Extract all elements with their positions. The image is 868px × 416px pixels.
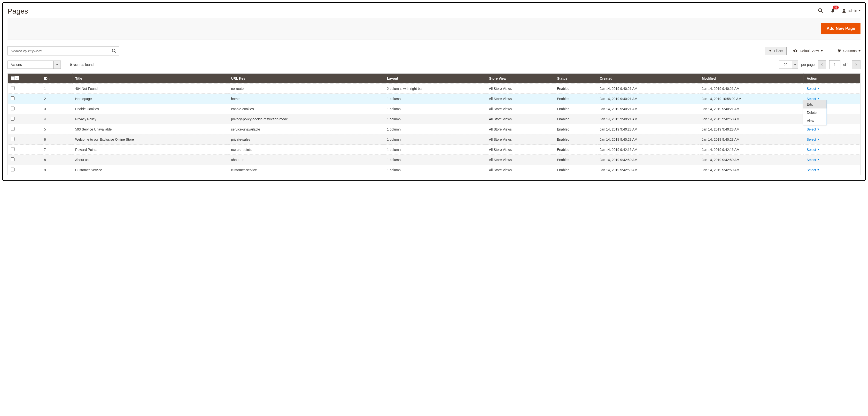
cell-store-view: All Store Views [486, 165, 554, 175]
cell-layout: 1 column [384, 134, 486, 145]
cell-status: Enabled [554, 94, 597, 104]
chevron-down-icon [821, 51, 823, 52]
add-new-page-button[interactable]: Add New Page [821, 23, 861, 34]
cell-modified: Jan 14, 2019 9:40:21 AM [699, 104, 804, 114]
chevron-down-icon [817, 139, 819, 140]
cell-url-key: enable-cookies [228, 104, 384, 114]
search-submit-icon[interactable] [112, 49, 117, 53]
row-checkbox[interactable] [11, 86, 14, 90]
cell-title: Customer Service [72, 165, 228, 175]
row-action-select[interactable]: Select [806, 87, 819, 91]
cell-url-key: about-us [228, 155, 384, 165]
row-checkbox[interactable] [11, 127, 14, 131]
cell-layout: 1 column [384, 104, 486, 114]
action-edit[interactable]: Edit [803, 100, 827, 108]
chevron-right-icon [855, 63, 857, 66]
action-view[interactable]: View [803, 117, 827, 125]
cell-status: Enabled [554, 134, 597, 145]
col-header-id[interactable]: ID↓ [41, 74, 72, 84]
cell-modified: Jan 14, 2019 9:42:50 AM [699, 155, 804, 165]
row-checkbox[interactable] [11, 137, 14, 141]
table-row[interactable]: 1404 Not Foundno-route2 columns with rig… [8, 84, 861, 94]
sort-arrow-icon: ↓ [49, 77, 50, 81]
col-header-status[interactable]: Status [554, 74, 597, 84]
table-row[interactable]: 4Privacy Policyprivacy-policy-cookie-res… [8, 114, 861, 124]
row-checkbox[interactable] [11, 147, 14, 151]
cell-url-key: customer-service [228, 165, 384, 175]
action-delete[interactable]: Delete [803, 108, 827, 117]
eye-icon [793, 49, 798, 53]
cell-modified: Jan 14, 2019 10:58:02 AM [699, 94, 804, 104]
row-action-select[interactable]: Select [806, 168, 819, 172]
row-action-select[interactable]: Select [806, 158, 819, 162]
cell-created: Jan 14, 2019 9:40:23 AM [597, 124, 699, 134]
row-action-menu: EditDeleteView [803, 100, 827, 125]
cell-status: Enabled [554, 124, 597, 134]
prev-page-button[interactable] [817, 60, 826, 69]
col-header-layout[interactable]: Layout [384, 74, 486, 84]
default-view-control[interactable]: Default View [793, 49, 823, 53]
table-row[interactable]: 7Reward Pointsreward-points1 columnAll S… [8, 145, 861, 155]
notifications-icon[interactable]: 39 [830, 7, 836, 14]
page-number-input[interactable] [829, 60, 840, 69]
row-checkbox[interactable] [11, 96, 14, 100]
next-page-button[interactable] [852, 60, 861, 69]
chevron-down-icon [817, 159, 819, 160]
cell-store-view: All Store Views [486, 84, 554, 94]
table-row[interactable]: 3Enable Cookiesenable-cookies1 columnAll… [8, 104, 861, 114]
table-row[interactable]: 9Customer Servicecustomer-service1 colum… [8, 165, 861, 175]
col-header-title[interactable]: Title [72, 74, 228, 84]
cell-url-key: privacy-policy-cookie-restriction-mode [228, 114, 384, 124]
cell-created: Jan 14, 2019 9:42:50 AM [597, 155, 699, 165]
col-header-checkbox[interactable] [8, 74, 41, 84]
filters-label: Filters [774, 49, 783, 53]
per-page-select[interactable]: 20 [779, 61, 798, 69]
select-label: Select [806, 87, 816, 91]
cell-status: Enabled [554, 155, 597, 165]
cell-id: 2 [41, 94, 72, 104]
row-checkbox[interactable] [11, 117, 14, 121]
row-checkbox[interactable] [11, 157, 14, 161]
select-all-dropdown[interactable] [15, 76, 19, 80]
cell-id: 5 [41, 124, 72, 134]
cell-created: Jan 14, 2019 9:40:21 AM [597, 114, 699, 124]
pages-table: ID↓ Title URL Key Layout Store View Stat… [7, 73, 861, 175]
default-view-label: Default View [800, 49, 818, 53]
row-action-select[interactable]: Select [806, 137, 819, 141]
cell-created: Jan 14, 2019 9:42:16 AM [597, 145, 699, 155]
row-checkbox[interactable] [11, 167, 14, 171]
actions-caret[interactable] [54, 61, 61, 69]
table-row[interactable]: 8About usabout-us1 columnAll Store Views… [8, 155, 861, 165]
search-icon[interactable] [817, 7, 824, 14]
per-page-caret[interactable] [792, 61, 798, 69]
select-all-checkbox[interactable] [11, 76, 15, 80]
cell-store-view: All Store Views [486, 114, 554, 124]
svg-line-1 [821, 11, 823, 13]
page-title: Pages [7, 7, 28, 15]
col-header-modified[interactable]: Modified [699, 74, 804, 84]
search-input[interactable] [7, 46, 119, 56]
cell-modified: Jan 14, 2019 9:40:21 AM [699, 84, 804, 94]
user-menu[interactable]: admin [842, 8, 861, 13]
table-row[interactable]: 6Welcome to our Exclusive Online Storepr… [8, 134, 861, 145]
cell-id: 3 [41, 104, 72, 114]
chevron-down-icon [817, 129, 819, 130]
notification-badge: 39 [833, 6, 839, 9]
cell-title: 404 Not Found [72, 84, 228, 94]
table-row[interactable]: 2Homepagehome1 columnAll Store ViewsEnab… [8, 94, 861, 104]
actions-dropdown[interactable]: Actions [7, 61, 61, 69]
col-header-url-key[interactable]: URL Key [228, 74, 384, 84]
cell-id: 6 [41, 134, 72, 145]
cell-store-view: All Store Views [486, 104, 554, 114]
table-row[interactable]: 5503 Service Unavailableservice-unavaila… [8, 124, 861, 134]
row-checkbox[interactable] [11, 106, 14, 110]
col-header-action[interactable]: Action [804, 74, 860, 84]
col-header-created[interactable]: Created [597, 74, 699, 84]
columns-control[interactable]: Columns [837, 49, 861, 53]
row-action-select[interactable]: Select [806, 148, 819, 152]
select-label: Select [806, 148, 816, 152]
row-action-select[interactable]: Select [806, 127, 819, 131]
filters-button[interactable]: Filters [765, 47, 786, 55]
chevron-down-icon [56, 64, 58, 65]
col-header-store-view[interactable]: Store View [486, 74, 554, 84]
